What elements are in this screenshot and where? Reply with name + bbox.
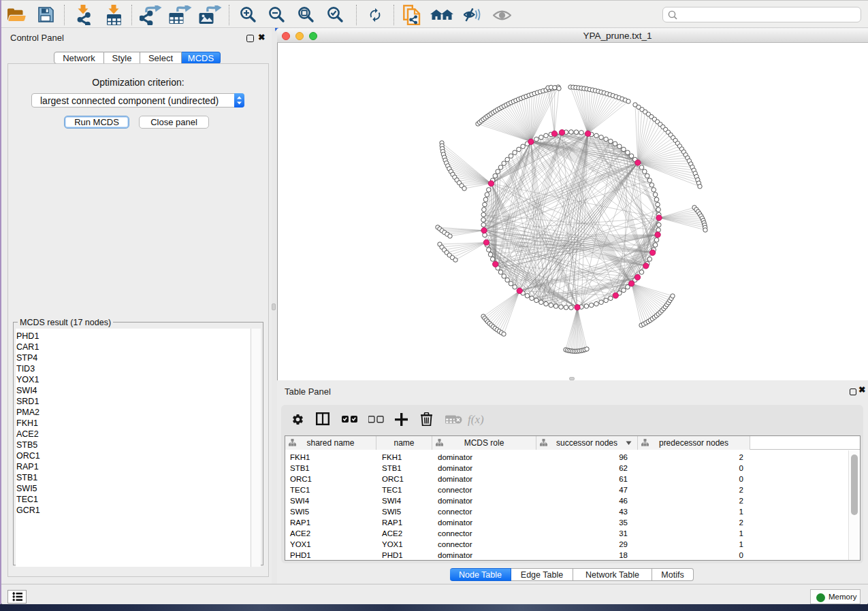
svg-text:f(x): f(x) [468,413,484,426]
